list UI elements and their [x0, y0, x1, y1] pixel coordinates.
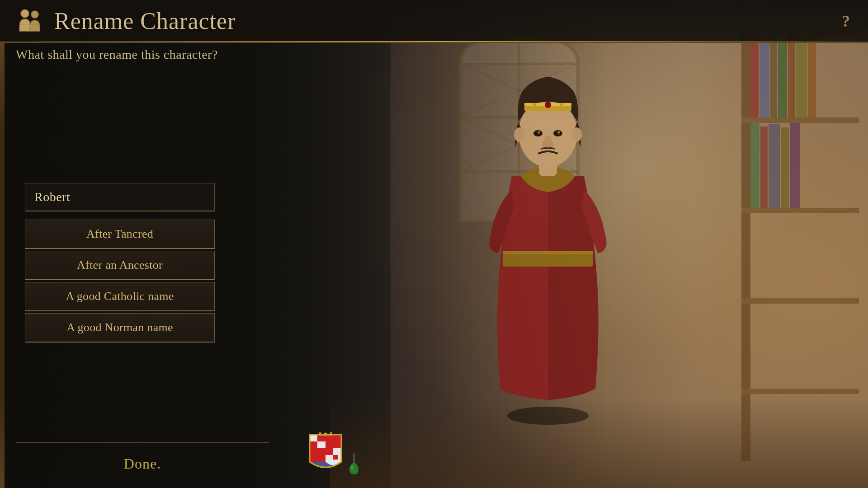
svg-point-42 — [21, 9, 29, 18]
dialog-title: Rename Character — [54, 8, 236, 34]
svg-rect-36 — [808, 35, 816, 117]
header-bar: Rename Character ? — [0, 0, 868, 43]
svg-rect-48 — [326, 448, 333, 455]
svg-point-23 — [571, 127, 582, 142]
svg-rect-26 — [741, 117, 859, 123]
svg-rect-41 — [790, 123, 800, 208]
option-after-ancestor[interactable]: After an Ancestor — [25, 251, 215, 280]
svg-rect-29 — [741, 389, 859, 394]
svg-point-8 — [507, 407, 589, 425]
svg-rect-35 — [796, 38, 807, 117]
name-input-field[interactable]: Robert — [25, 183, 215, 211]
character-icon-container — [14, 5, 45, 37]
svg-rect-33 — [778, 41, 787, 117]
svg-rect-32 — [770, 36, 777, 117]
svg-rect-10 — [503, 251, 593, 254]
svg-rect-44 — [310, 435, 317, 441]
svg-rect-40 — [781, 127, 789, 208]
svg-rect-50 — [326, 455, 333, 462]
name-input-container: Robert — [25, 183, 215, 211]
svg-rect-46 — [310, 441, 317, 448]
character-portrait — [417, 36, 679, 452]
svg-rect-38 — [760, 127, 768, 208]
name-options-list: After TancredAfter an AncestorA good Cat… — [25, 220, 215, 343]
svg-point-21 — [557, 131, 560, 134]
content-panel: Robert After TancredAfter an AncestorA g… — [0, 43, 271, 488]
left-edge-decoration — [0, 43, 5, 488]
bookshelf-decoration — [741, 27, 859, 461]
svg-rect-27 — [741, 208, 859, 213]
svg-rect-51 — [333, 455, 338, 460]
svg-point-16 — [533, 103, 536, 107]
coat-of-arms — [307, 432, 361, 475]
svg-point-43 — [31, 11, 38, 18]
svg-rect-45 — [317, 435, 326, 441]
option-catholic-name[interactable]: A good Catholic name — [25, 282, 215, 311]
shield-icon — [307, 432, 344, 475]
svg-point-20 — [538, 131, 540, 134]
svg-point-22 — [514, 127, 525, 142]
svg-rect-31 — [760, 38, 769, 117]
done-container: Done. — [16, 442, 269, 477]
svg-point-17 — [560, 103, 563, 107]
svg-rect-37 — [750, 123, 760, 208]
svg-rect-24 — [741, 27, 750, 461]
svg-rect-39 — [769, 124, 780, 208]
svg-point-15 — [545, 102, 551, 108]
svg-point-53 — [351, 465, 354, 470]
header-bottom-line — [0, 41, 868, 42]
character-header-icon — [15, 6, 44, 36]
done-button[interactable]: Done. — [16, 451, 269, 477]
option-after-tancred[interactable]: After Tancred — [25, 220, 215, 249]
help-button[interactable]: ? — [842, 12, 850, 31]
svg-rect-28 — [741, 298, 859, 304]
svg-rect-30 — [750, 34, 759, 117]
option-norman-name[interactable]: A good Norman name — [25, 313, 215, 343]
svg-rect-9 — [503, 253, 593, 267]
svg-rect-34 — [788, 34, 795, 117]
svg-rect-47 — [317, 441, 326, 448]
svg-rect-49 — [333, 448, 341, 455]
droplet-icon — [347, 453, 361, 475]
